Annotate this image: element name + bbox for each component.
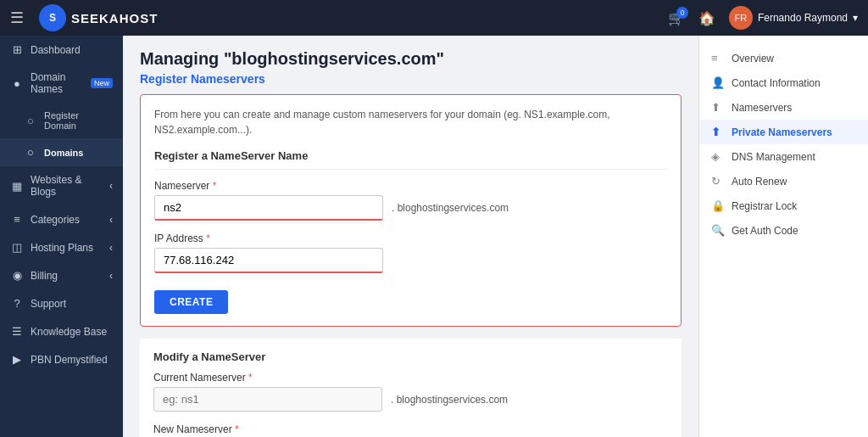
page-title: Managing "bloghostingservices.com" <box>140 49 682 69</box>
current-nameserver-input[interactable] <box>153 387 382 412</box>
main-layout: ⊞ Dashboard ● Domain Names New ○ Registe… <box>0 36 868 437</box>
current-nameserver-label: Current Nameserver * <box>153 372 668 384</box>
sidebar-label-dashboard: Dashboard <box>31 44 113 56</box>
ip-input[interactable] <box>154 248 383 273</box>
sidebar-item-support[interactable]: ? Support <box>0 289 123 317</box>
nameserver-input[interactable] <box>154 195 383 221</box>
right-panel-contact-info[interactable]: 👤 Contact Information <box>699 70 868 95</box>
domains-icon: ○ <box>24 146 37 159</box>
right-panel-registrar-lock[interactable]: 🔒 Registrar Lock <box>699 193 868 218</box>
right-panel-auto-renew[interactable]: ↻ Auto Renew <box>699 169 868 193</box>
logo-icon: S <box>39 4 66 31</box>
sidebar-label-billing: Billing <box>31 270 103 282</box>
sidebar-item-domain-names[interactable]: ● Domain Names New <box>0 64 123 103</box>
sidebar-item-register-domain[interactable]: ○ Register Domain <box>0 103 123 138</box>
overview-label: Overview <box>732 53 774 64</box>
modify-title: Modify a NameServer <box>153 350 668 363</box>
websites-icon: ▦ <box>10 180 24 193</box>
current-nameserver-row: . bloghostingservices.com <box>153 387 668 412</box>
section-title: Register Nameservers <box>140 72 682 86</box>
logo-text: SEEKAHOST <box>71 11 158 25</box>
new-nameserver-label: New Nameserver * <box>153 423 668 435</box>
dns-label: DNS Management <box>732 151 815 163</box>
right-panel-private-nameservers[interactable]: ⬆ Private Nameservers <box>699 120 868 144</box>
auto-renew-icon: ↻ <box>711 175 725 188</box>
right-panel: ≡ Overview 👤 Contact Information ⬆ Names… <box>698 36 868 437</box>
sidebar-item-knowledge-base[interactable]: ☰ Knowledge Base <box>0 317 123 345</box>
categories-arrow-icon: ‹ <box>109 214 113 226</box>
sidebar-label-domains: Domains <box>44 148 113 158</box>
create-button[interactable]: CREATE <box>154 290 228 314</box>
sidebar-label-domain-names: Domain Names <box>31 71 82 95</box>
knowledge-base-icon: ☰ <box>10 325 24 338</box>
sidebar-label-knowledge-base: Knowledge Base <box>31 326 113 338</box>
sidebar-item-hosting-plans[interactable]: ◫ Hosting Plans ‹ <box>0 233 123 261</box>
sidebar-label-pbn: PBN Demystified <box>31 354 113 366</box>
sidebar-label-websites: Websites & Blogs <box>31 174 103 198</box>
new-badge: New <box>91 78 113 88</box>
sidebar-item-dashboard[interactable]: ⊞ Dashboard <box>0 36 123 64</box>
sidebar-label-support: Support <box>31 298 113 310</box>
current-nameserver-group: Current Nameserver * . bloghostingservic… <box>153 372 668 412</box>
auto-renew-label: Auto Renew <box>732 176 787 188</box>
right-panel-get-auth-code[interactable]: 🔍 Get Auth Code <box>699 218 868 243</box>
current-nameserver-suffix: . bloghostingservices.com <box>391 394 508 406</box>
content-area: Managing "bloghostingservices.com" Regis… <box>123 36 698 437</box>
info-text: From here you can create and manage cust… <box>154 107 667 137</box>
contact-info-icon: 👤 <box>711 76 725 89</box>
register-nameserver-box: From here you can create and manage cust… <box>140 94 682 327</box>
sidebar-label-hosting: Hosting Plans <box>31 242 103 254</box>
ip-label: IP Address * <box>154 233 667 244</box>
register-domain-icon: ○ <box>24 115 37 127</box>
private-nameservers-icon: ⬆ <box>711 126 725 138</box>
avatar: FR <box>729 6 753 30</box>
billing-arrow-icon: ‹ <box>109 270 113 282</box>
hosting-arrow-icon: ‹ <box>109 242 113 254</box>
nameserver-suffix: . bloghostingservices.com <box>392 202 509 214</box>
dashboard-icon: ⊞ <box>10 43 24 56</box>
modify-nameserver-section: Modify a NameServer Current Nameserver *… <box>140 339 682 437</box>
user-dropdown-icon: ▾ <box>853 12 858 24</box>
hosting-icon: ◫ <box>10 241 24 254</box>
support-icon: ? <box>10 297 24 310</box>
billing-icon: ◉ <box>10 269 24 282</box>
ip-row <box>154 248 667 273</box>
sidebar-label-categories: Categories <box>31 214 103 226</box>
sidebar-label-register-domain: Register Domain <box>44 110 113 131</box>
get-auth-code-label: Get Auth Code <box>732 225 798 237</box>
contact-info-label: Contact Information <box>732 77 821 89</box>
cart-badge: 0 <box>676 7 688 19</box>
logo-initials: S <box>49 12 56 24</box>
user-area[interactable]: FR Fernando Raymond ▾ <box>729 6 858 30</box>
hamburger-icon[interactable]: ☰ <box>10 8 24 27</box>
domain-names-icon: ● <box>10 77 24 90</box>
sidebar-item-domains[interactable]: ○ Domains <box>0 138 123 166</box>
registrar-lock-label: Registrar Lock <box>732 200 797 212</box>
private-nameservers-label: Private Nameservers <box>732 126 832 138</box>
user-name: Fernando Raymond <box>758 12 848 24</box>
right-panel-dns-management[interactable]: ◈ DNS Management <box>699 144 868 169</box>
topbar-right: 🛒 0 🏠 FR Fernando Raymond ▾ <box>668 6 858 30</box>
sidebar-item-billing[interactable]: ◉ Billing ‹ <box>0 261 123 289</box>
categories-icon: ≡ <box>10 213 24 226</box>
nameserver-group: Nameserver * . bloghostingservices.com <box>154 180 667 221</box>
nameservers-label: Nameservers <box>732 102 792 114</box>
nameserver-label: Nameserver * <box>154 180 667 192</box>
sidebar-item-categories[interactable]: ≡ Categories ‹ <box>0 205 123 233</box>
right-panel-nameservers[interactable]: ⬆ Nameservers <box>699 95 868 120</box>
nameserver-row: . bloghostingservices.com <box>154 195 667 221</box>
topbar-left: ☰ S SEEKAHOST <box>10 4 158 31</box>
sidebar: ⊞ Dashboard ● Domain Names New ○ Registe… <box>0 36 123 437</box>
registrar-lock-icon: 🔒 <box>711 199 725 212</box>
cart-icon[interactable]: 🛒 0 <box>668 10 685 26</box>
nameserver-required: * <box>213 180 217 192</box>
pbn-icon: ▶ <box>10 353 24 366</box>
nameservers-icon: ⬆ <box>711 101 725 114</box>
dns-icon: ◈ <box>711 150 725 163</box>
ip-required: * <box>206 233 210 244</box>
home-icon[interactable]: 🏠 <box>698 10 715 26</box>
logo-area: S SEEKAHOST <box>39 4 158 31</box>
sidebar-item-pbn-demystified[interactable]: ▶ PBN Demystified <box>0 345 123 373</box>
right-panel-overview[interactable]: ≡ Overview <box>699 46 868 70</box>
sidebar-item-websites-blogs[interactable]: ▦ Websites & Blogs ‹ <box>0 166 123 205</box>
